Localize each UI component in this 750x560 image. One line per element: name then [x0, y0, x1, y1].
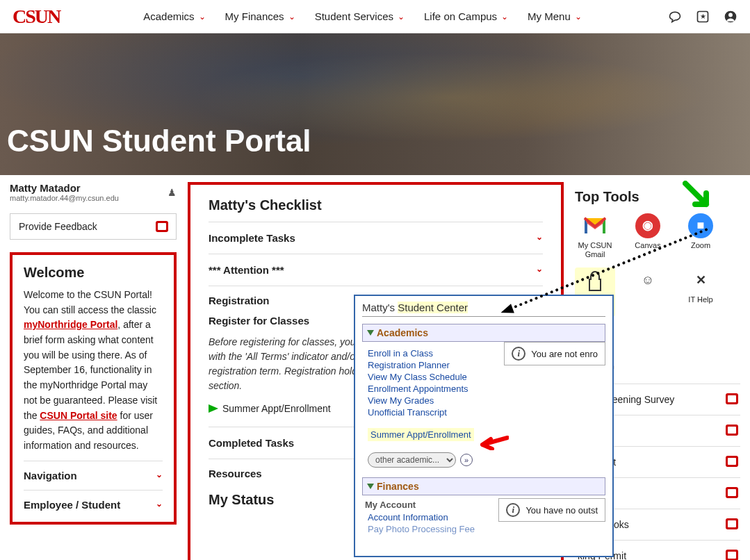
tool-gmail[interactable]: My CSUN Gmail [575, 213, 615, 259]
user-email: matty.matador.44@my.csun.edu [10, 194, 119, 202]
star-box-icon[interactable]: ★ [696, 10, 710, 24]
svg-point-3 [728, 13, 733, 17]
nav-student-services[interactable]: Student Services⌄ [315, 10, 405, 22]
welcome-heading: Welcome [24, 265, 163, 281]
info-not-enrolled: iYou are not enro [504, 342, 605, 365]
nav-label: My Finances [225, 10, 284, 22]
chevron-down-icon: ⌄ [536, 232, 543, 244]
incomplete-tasks-row[interactable]: Incomplete Tasks⌄ [209, 222, 543, 254]
nav-label: Student Services [315, 10, 393, 22]
chevron-down-icon: ⌄ [156, 499, 163, 511]
svg-text:★: ★ [700, 13, 706, 20]
nav-mymenu[interactable]: My Menu⌄ [528, 10, 582, 22]
window-icon [726, 425, 737, 435]
academics-links: Enroll in a Class Registration Planner V… [362, 342, 605, 444]
chevron-down-icon: ⌄ [501, 12, 508, 22]
navigation-accordion[interactable]: Navigation⌄ [24, 461, 163, 490]
welcome-panel: Welcome Welcome to the CSUN Portal! You … [10, 252, 177, 525]
employee-accordion[interactable]: Employee / Student⌄ [24, 490, 163, 519]
chevron-down-icon: ⌄ [575, 12, 582, 22]
link-enroll-appts[interactable]: Enrollment Appointments [368, 383, 605, 395]
main-nav: Academics⌄ My Finances⌄ Student Services… [143, 10, 582, 22]
chevron-down-icon: ⌄ [288, 12, 295, 22]
academics-section-header[interactable]: Academics [362, 324, 605, 342]
chevron-down-icon: ⌄ [199, 12, 206, 22]
student-center-popup: Matty's Student Center Academics Enroll … [354, 295, 614, 557]
user-name: Matty Matador [10, 182, 119, 194]
welcome-text: Welcome to the CSUN Portal! You can stil… [24, 288, 163, 454]
window-icon [156, 222, 168, 231]
checklist-title: Matty's Checklist [209, 197, 543, 213]
chevron-down-icon: ⌄ [536, 264, 543, 276]
nav-life[interactable]: Life on Campus⌄ [424, 10, 508, 22]
red-arrow-annotation [478, 435, 509, 450]
csun-portal-link[interactable]: CSUN Portal site [40, 410, 117, 421]
green-arrow-annotation [683, 181, 713, 211]
info-no-outstanding: iYou have no outst [498, 498, 605, 522]
mynorthridge-link[interactable]: myNorthridge Portal [24, 319, 117, 330]
top-bar: CSUN Academics⌄ My Finances⌄ Student Ser… [0, 0, 750, 33]
csun-logo[interactable]: CSUN [13, 6, 60, 28]
window-icon [726, 456, 737, 466]
tool-mask[interactable]: ☺ [628, 267, 668, 316]
feedback-label: Provide Feedback [19, 221, 97, 232]
other-academic-select[interactable]: other academic... [368, 452, 456, 468]
green-arrow-icon [209, 404, 218, 413]
finances-section-header[interactable]: Finances [362, 477, 605, 495]
person-icon[interactable]: ♟ [168, 187, 177, 198]
nav-label: Academics [143, 10, 194, 22]
link-photo-fee[interactable]: Pay Photo Processing Fee [368, 523, 605, 535]
tool-it-help[interactable]: ✕IT Help [680, 267, 721, 316]
window-icon [726, 488, 737, 497]
window-icon [726, 394, 737, 404]
go-button[interactable]: » [460, 454, 473, 466]
link-class-schedule[interactable]: View My Class Schedule [368, 371, 605, 383]
other-academic-select-row: other academic... » [368, 452, 605, 468]
profile-icon[interactable] [724, 10, 737, 24]
link-grades[interactable]: View My Grades [368, 395, 605, 406]
window-icon [726, 550, 737, 560]
nav-label: Life on Campus [424, 10, 497, 22]
nav-academics[interactable]: Academics⌄ [143, 10, 205, 22]
summer-label: Summer Appt/Enrollment [222, 403, 331, 414]
topbar-icons: ★ [668, 10, 737, 24]
window-icon [726, 519, 737, 529]
chat-icon[interactable] [668, 10, 682, 24]
attention-row[interactable]: *** Attention ***⌄ [209, 254, 543, 286]
nav-label: My Menu [528, 10, 571, 22]
left-column: Matty Matador matty.matador.44@my.csun.e… [10, 182, 177, 560]
chevron-down-icon: ⌄ [398, 12, 405, 22]
link-summer-appt[interactable]: Summer Appt/Enrollment [368, 428, 474, 441]
triangle-down-icon [367, 484, 374, 489]
chevron-down-icon: ⌄ [156, 470, 163, 481]
link-transcript[interactable]: Unofficial Transcript [368, 406, 605, 418]
info-icon: i [506, 503, 520, 517]
top-tools-heading: Top Tools [575, 189, 740, 205]
hero-banner: CSUN Student Portal [0, 33, 750, 175]
info-icon: i [512, 347, 525, 361]
triangle-down-icon [367, 330, 374, 336]
nav-finances[interactable]: My Finances⌄ [225, 10, 295, 22]
page-title: CSUN Student Portal [7, 124, 311, 158]
popup-title: Matty's Student Center [362, 302, 605, 317]
provide-feedback-button[interactable]: Provide Feedback [10, 213, 177, 240]
